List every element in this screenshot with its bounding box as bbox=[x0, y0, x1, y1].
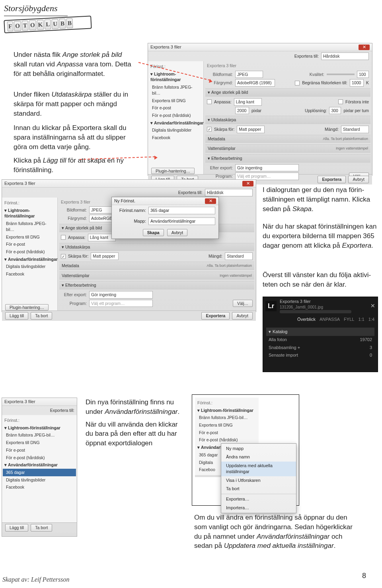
close-icon[interactable]: ✕ bbox=[205, 198, 216, 204]
zoom-fill[interactable]: FYLL bbox=[344, 316, 354, 322]
after-export-select[interactable]: Gör ingenting bbox=[235, 164, 299, 172]
preset-item[interactable]: Facebook bbox=[3, 270, 57, 278]
section-resize[interactable]: Ange storlek på bild bbox=[62, 225, 102, 231]
file-format-select[interactable]: JPEG bbox=[235, 71, 263, 78]
preset-item[interactable]: Exportera till DNG bbox=[149, 97, 203, 105]
limit-size-input[interactable]: 1000 bbox=[350, 79, 364, 87]
catalog-row[interactable]: Snabbsamling +3 bbox=[266, 344, 374, 351]
preset-item[interactable]: Bränn fullstora JPEG-bil… bbox=[149, 83, 203, 97]
context-menu[interactable]: Ny mapp Ändra namn Uppdatera med aktuell… bbox=[221, 443, 296, 513]
section-sharpening[interactable]: Utdataskärpa bbox=[208, 117, 236, 123]
cancel-button[interactable]: Avbryt bbox=[348, 176, 369, 183]
sharpen-amount-select[interactable]: Standard bbox=[225, 252, 253, 260]
export-button[interactable]: Exportera bbox=[201, 312, 230, 320]
dimension-input[interactable]: 2000 bbox=[235, 107, 249, 114]
quality-value[interactable]: 100 bbox=[357, 71, 369, 78]
create-button[interactable]: Skapa bbox=[143, 229, 164, 237]
menu-export[interactable]: Exportera… bbox=[221, 495, 296, 503]
preset-item[interactable]: Digitala tävlingsbilder bbox=[3, 476, 76, 484]
preset-item[interactable]: Exportera till DNG bbox=[3, 233, 57, 241]
preset-item[interactable]: Facebook bbox=[3, 483, 76, 491]
preset-item[interactable]: För e-post (hårddisk) bbox=[196, 436, 258, 444]
preset-item[interactable]: Bränn fullstora JPEG-bil… bbox=[3, 431, 76, 439]
preset-item[interactable]: Digitala tävlingsbilder bbox=[3, 263, 57, 270]
preset-group-lightroom[interactable]: Lightroom-förinställningar bbox=[196, 407, 258, 414]
modal-cancel-button[interactable]: Avbryt bbox=[167, 229, 188, 237]
preset-item[interactable]: För e-post bbox=[196, 429, 258, 437]
sharpen-for-select[interactable]: Matt papper bbox=[91, 252, 119, 260]
export-button[interactable]: Exportera bbox=[318, 176, 346, 183]
add-preset-button[interactable]: Lägg till bbox=[5, 524, 28, 532]
catalog-header[interactable]: Katalog bbox=[273, 329, 287, 334]
program-select[interactable]: Välj ett program… bbox=[89, 300, 153, 307]
preset-item[interactable]: Exportera till DNG bbox=[196, 421, 258, 429]
section-post-processing[interactable]: Efterbearbetning bbox=[208, 155, 242, 161]
cancel-button[interactable]: Avbryt bbox=[232, 312, 253, 320]
tab-overview[interactable]: Överblick bbox=[297, 316, 316, 322]
resolution-input[interactable]: 300 bbox=[329, 107, 341, 114]
close-icon[interactable]: ✕ bbox=[242, 181, 253, 186]
zoom-1-1[interactable]: 1:1 bbox=[358, 316, 364, 322]
limit-size-checkbox[interactable] bbox=[295, 81, 300, 85]
catalog-row[interactable]: Alla foton19702 bbox=[266, 336, 374, 343]
menu-delete[interactable]: Ta bort bbox=[221, 485, 296, 493]
section-metadata[interactable]: Metadata bbox=[208, 136, 225, 142]
preset-group-user[interactable]: Användarförinställningar bbox=[3, 256, 57, 263]
preset-item[interactable]: För e-post (hårddisk) bbox=[149, 112, 203, 119]
preset-item[interactable]: Bränn fullstora JPEG-bil… bbox=[196, 414, 258, 421]
add-preset-button[interactable]: Lägg till bbox=[5, 312, 28, 320]
preset-item[interactable]: För e-post (hårddisk) bbox=[3, 248, 57, 256]
preset-group-lightroom[interactable]: Lightroom-förinställningar bbox=[149, 70, 203, 83]
menu-new-folder[interactable]: Ny mapp bbox=[221, 444, 296, 453]
section-watermark[interactable]: Vattenstämplar bbox=[62, 273, 90, 279]
remove-preset-button[interactable]: Ta bort bbox=[31, 312, 52, 320]
menu-update-current[interactable]: Uppdatera med aktuella inställningar bbox=[221, 462, 296, 476]
preset-group-user[interactable]: Användarförinställningar bbox=[3, 461, 76, 469]
preset-item[interactable]: Facebook bbox=[149, 134, 203, 142]
sharpen-checkbox[interactable] bbox=[207, 127, 212, 132]
menu-import[interactable]: Importera… bbox=[221, 504, 296, 512]
export-to-dropdown[interactable]: Hårddisk bbox=[205, 189, 253, 196]
section-resize[interactable]: Ange storlek på bild bbox=[208, 89, 248, 95]
preset-item-selected[interactable]: 365 dagar bbox=[3, 469, 76, 476]
preset-item[interactable]: För e-post (hårddisk) bbox=[3, 454, 76, 462]
export-to-dropdown[interactable]: Hårddisk bbox=[321, 52, 369, 60]
preset-item[interactable]: För e-post bbox=[149, 104, 203, 112]
dont-enlarge-checkbox[interactable] bbox=[338, 99, 343, 104]
cancel-progress-icon[interactable]: ✕ bbox=[370, 302, 375, 310]
after-export-select[interactable]: Gör ingenting bbox=[89, 291, 153, 299]
plugin-manager-button[interactable]: Plugin-hantering… bbox=[151, 168, 195, 174]
quality-slider[interactable] bbox=[327, 74, 355, 75]
preset-folder-select[interactable]: Användarförinställningar bbox=[148, 217, 215, 225]
resize-checkbox[interactable] bbox=[61, 235, 66, 240]
preset-item[interactable]: För e-post bbox=[3, 446, 76, 454]
remove-preset-button[interactable]: Ta bort bbox=[31, 524, 52, 532]
choose-program-button[interactable]: Välj… bbox=[233, 300, 253, 307]
preset-item[interactable]: Exportera till DNG bbox=[3, 439, 76, 446]
preset-name-input[interactable]: 365 dagar bbox=[148, 207, 215, 214]
preset-group-user[interactable]: Användarförinställningar bbox=[149, 119, 203, 127]
plugin-manager-button[interactable]: Plugin-hantering… bbox=[5, 304, 49, 310]
preset-tree[interactable]: Förinst.: Lightroom-förinställningar Brä… bbox=[2, 198, 58, 310]
catalog-row[interactable]: Senaste import0 bbox=[266, 351, 374, 359]
sharpen-amount-select[interactable]: Standard bbox=[341, 126, 369, 133]
sharpen-for-select[interactable]: Matt papper bbox=[237, 126, 265, 133]
preset-item[interactable]: För e-post bbox=[3, 241, 57, 248]
close-icon[interactable]: ✕ bbox=[359, 45, 370, 50]
menu-show-explorer[interactable]: Visa i Utforskaren bbox=[221, 476, 296, 485]
preset-group-lightroom[interactable]: Lightroom-förinställningar bbox=[3, 424, 76, 432]
preset-item[interactable]: Bränn fullstora JPEG-bil… bbox=[3, 220, 57, 233]
resize-mode-select[interactable]: Lång kant bbox=[234, 98, 262, 106]
resize-checkbox[interactable] bbox=[207, 99, 212, 104]
menu-rename[interactable]: Ändra namn bbox=[221, 453, 296, 461]
preset-item[interactable]: Digitala tävlingsbilder bbox=[149, 126, 203, 134]
sharpen-checkbox[interactable] bbox=[61, 254, 66, 259]
section-watermark[interactable]: Vattenstämplar bbox=[208, 146, 236, 151]
zoom-fit[interactable]: ANPASSA bbox=[320, 316, 340, 322]
zoom-1-4[interactable]: 1:4 bbox=[368, 316, 374, 322]
section-sharpening[interactable]: Utdataskärpa bbox=[62, 244, 90, 250]
section-metadata[interactable]: Metadata bbox=[62, 263, 79, 269]
section-post-processing[interactable]: Efterbearbetning bbox=[62, 282, 96, 288]
preset-group-lightroom[interactable]: Lightroom-förinställningar bbox=[3, 207, 57, 220]
color-space-select[interactable]: AdobeRGB (1998) bbox=[235, 79, 275, 87]
